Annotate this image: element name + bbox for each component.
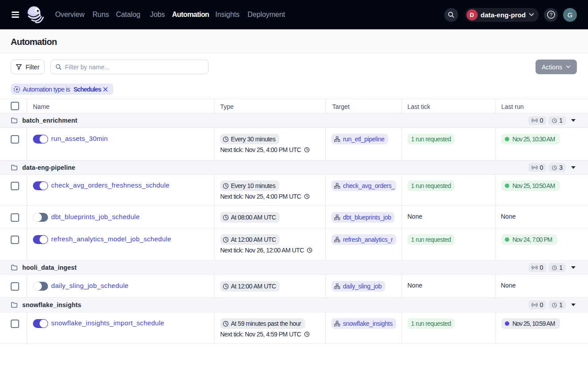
svg-text:?: ? bbox=[549, 12, 552, 17]
